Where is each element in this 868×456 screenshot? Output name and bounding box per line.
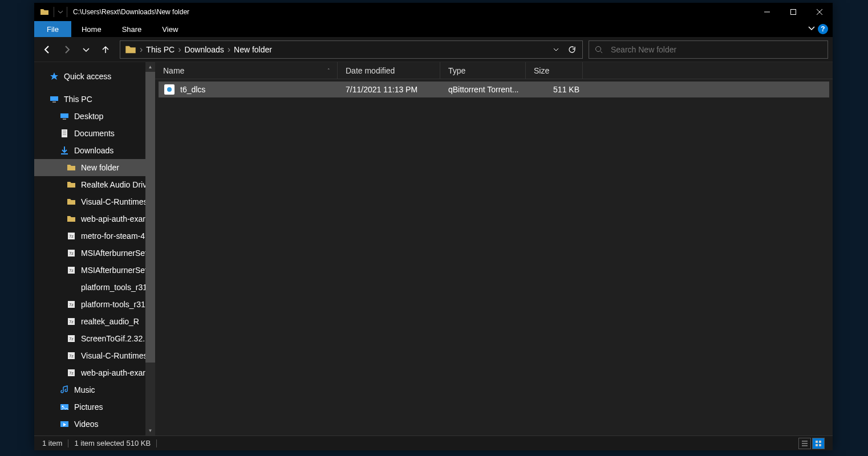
sidebar-label: This PC <box>64 95 92 104</box>
title-bar[interactable]: C:\Users\Resxt\Downloads\New folder <box>34 3 833 21</box>
folder-icon <box>40 7 49 17</box>
sidebar-item[interactable]: 7zVisual-C-Runtimes- <box>34 347 155 364</box>
scroll-thumb[interactable] <box>145 72 155 363</box>
status-selection: 1 item selected 510 KB <box>74 439 151 447</box>
svg-text:7z: 7z <box>69 303 74 307</box>
svg-rect-5 <box>63 119 66 120</box>
sidebar-item[interactable]: New folder <box>34 159 155 176</box>
refresh-button[interactable] <box>564 42 580 58</box>
address-bar[interactable]: › This PC › Downloads › New folder <box>120 40 583 59</box>
archive-icon: 7z <box>66 351 76 361</box>
sidebar-label: realtek_audio_R <box>81 317 139 326</box>
details-view-button[interactable] <box>798 438 811 449</box>
back-button[interactable] <box>39 41 56 58</box>
crumb-downloads[interactable]: Downloads <box>182 45 226 54</box>
sidebar-item[interactable]: 7zMSIAfterburnerSetu <box>34 262 155 279</box>
status-item-count: 1 item <box>42 439 62 447</box>
search-box[interactable] <box>589 40 828 59</box>
sidebar-item-quick-access[interactable]: Quick access <box>34 68 155 85</box>
sidebar-item[interactable]: web-api-auth-exar <box>34 210 155 227</box>
forward-button[interactable] <box>58 41 75 58</box>
sidebar-item[interactable]: Downloads <box>34 142 155 159</box>
svg-text:7z: 7z <box>69 337 74 341</box>
tab-share[interactable]: Share <box>112 21 152 37</box>
chevron-right-icon[interactable]: › <box>139 44 144 55</box>
sidebar-item[interactable]: 7zplatform-tools_r31 <box>34 296 155 313</box>
svg-rect-2 <box>50 96 58 101</box>
sidebar-label: MSIAfterburnerSetu <box>81 266 152 275</box>
archive-icon: 7z <box>66 248 76 258</box>
sidebar-label: MSIAfterburnerSetu <box>81 249 152 258</box>
sidebar-label: platform_tools_r31 <box>81 283 147 292</box>
sidebar-item-this-pc[interactable]: This PC <box>34 91 155 108</box>
sidebar-label: Realtek Audio Driv <box>81 180 147 189</box>
column-size[interactable]: Size <box>526 62 583 79</box>
navigation-pane[interactable]: Quick access This PC DesktopDocumentsDow… <box>34 62 155 435</box>
sort-indicator-icon: ˄ <box>327 68 330 74</box>
desktop-icon <box>59 111 70 121</box>
sidebar-label: platform-tools_r31 <box>81 300 145 309</box>
file-row[interactable]: t6_dlcs 7/11/2021 11:13 PM qBittorrent T… <box>159 82 829 97</box>
archive-icon: 7z <box>66 333 76 344</box>
quick-access-toolbar[interactable] <box>55 9 66 15</box>
recent-locations-button[interactable] <box>78 41 95 58</box>
sidebar-item[interactable]: Videos <box>34 416 155 433</box>
up-button[interactable] <box>97 41 114 58</box>
sidebar-item[interactable]: 7zMSIAfterburnerSetu <box>34 245 155 262</box>
sidebar-label: metro-for-steam-4 <box>81 231 145 241</box>
music-icon <box>59 385 70 395</box>
minimize-button[interactable] <box>754 3 780 21</box>
maximize-button[interactable] <box>780 3 806 21</box>
navigation-bar: › This PC › Downloads › New folder <box>34 37 833 62</box>
search-icon <box>595 46 603 54</box>
close-button[interactable] <box>806 3 833 21</box>
chevron-right-icon[interactable]: › <box>177 44 182 55</box>
sidebar-item[interactable]: Visual-C-Runtimes- <box>34 193 155 210</box>
folder-icon <box>66 214 76 224</box>
sidebar-label: web-api-auth-exar <box>81 368 145 377</box>
scroll-up-arrow[interactable]: ▲ <box>145 62 155 72</box>
sidebar-item[interactable]: 7zScreenToGif.2.32.1.I <box>34 330 155 347</box>
svg-rect-0 <box>791 10 796 15</box>
file-tab[interactable]: File <box>34 21 71 37</box>
search-input[interactable] <box>611 45 822 54</box>
star-icon <box>49 71 59 82</box>
chevron-down-icon <box>58 9 63 15</box>
separator <box>67 7 67 17</box>
svg-text:7z: 7z <box>69 371 74 375</box>
sidebar-item[interactable]: Pictures <box>34 398 155 416</box>
chevron-right-icon[interactable]: › <box>226 44 232 55</box>
column-type[interactable]: Type <box>440 62 526 79</box>
file-type: qBittorrent Torrent... <box>444 85 529 94</box>
tab-home[interactable]: Home <box>71 21 112 37</box>
sidebar-label: Documents <box>74 129 115 138</box>
pc-icon <box>49 94 59 104</box>
ribbon-tabs: File Home Share View ? <box>34 21 833 37</box>
sidebar-item[interactable]: Realtek Audio Driv <box>34 176 155 193</box>
sidebar-item[interactable]: Music <box>34 381 155 398</box>
sidebar-item[interactable]: platform_tools_r31 <box>34 279 155 296</box>
svg-text:7z: 7z <box>69 354 74 358</box>
column-name[interactable]: Name˄ <box>155 62 338 79</box>
crumb-new-folder[interactable]: New folder <box>232 45 274 54</box>
help-icon[interactable]: ? <box>818 24 828 34</box>
thumbnails-view-button[interactable] <box>812 438 825 449</box>
sidebar-item[interactable]: Desktop <box>34 108 155 125</box>
crumb-this-pc[interactable]: This PC <box>144 45 177 54</box>
sidebar-item[interactable]: 7zweb-api-auth-exar <box>34 364 155 381</box>
expand-ribbon-button[interactable] <box>808 24 816 34</box>
sidebar-label: Visual-C-Runtimes- <box>81 197 150 206</box>
address-dropdown-button[interactable] <box>548 42 564 58</box>
svg-rect-29 <box>819 444 821 446</box>
scroll-down-arrow[interactable]: ▼ <box>145 426 155 435</box>
sidebar-item[interactable]: Documents <box>34 125 155 142</box>
sidebar-scrollbar[interactable]: ▲ ▼ <box>145 62 155 435</box>
column-date[interactable]: Date modified <box>338 62 440 79</box>
sidebar-item[interactable]: 7zrealtek_audio_R <box>34 313 155 330</box>
sidebar-item[interactable]: 7zmetro-for-steam-4 <box>34 227 155 245</box>
sidebar-label: web-api-auth-exar <box>81 214 145 223</box>
blank-icon <box>66 282 76 292</box>
status-bar: 1 item 1 item selected 510 KB <box>34 435 833 450</box>
file-list[interactable]: Name˄ Date modified Type Size t6_dlcs 7/… <box>155 62 833 435</box>
tab-view[interactable]: View <box>152 21 188 37</box>
